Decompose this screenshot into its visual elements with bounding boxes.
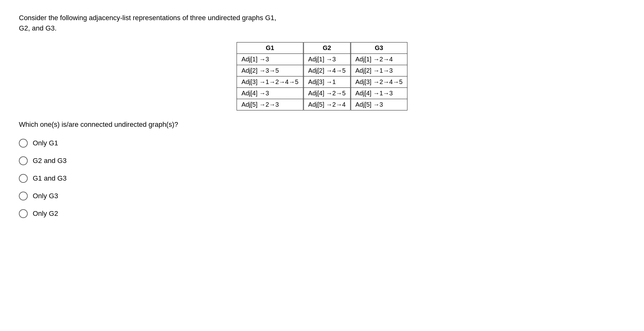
cell-g3-1: Adj[1] →2→4 <box>350 54 407 65</box>
radio-opt5[interactable] <box>19 209 28 218</box>
table-row: Adj[2] →3→5Adj[2] →4→5Adj[2] →1→3 <box>237 65 407 76</box>
option-row-opt2[interactable]: G2 and G3 <box>19 156 625 165</box>
option-label-opt5: Only G2 <box>33 210 58 218</box>
radio-opt3[interactable] <box>19 174 28 183</box>
question-container: Consider the following adjacency-list re… <box>19 13 625 218</box>
cell-g3-2: Adj[2] →1→3 <box>350 65 407 76</box>
radio-opt4[interactable] <box>19 192 28 200</box>
cell-g2-3: Adj[3] →1 <box>303 76 350 88</box>
header-g1: G1 <box>237 42 303 54</box>
cell-g1-3: Adj[3] →1→2→4→5 <box>237 76 303 88</box>
options-container: Only G1G2 and G3G1 and G3Only G3Only G2 <box>19 139 625 218</box>
option-label-opt4: Only G3 <box>33 192 58 200</box>
cell-g2-1: Adj[1] →3 <box>303 54 350 65</box>
option-row-opt3[interactable]: G1 and G3 <box>19 174 625 183</box>
table-wrapper: G1 G2 G3 Adj[1] →3Adj[1] →3Adj[1] →2→4Ad… <box>19 42 625 110</box>
question-text: Consider the following adjacency-list re… <box>19 13 302 33</box>
table-row: Adj[3] →1→2→4→5Adj[3] →1Adj[3] →2→4→5 <box>237 76 407 88</box>
table-row: Adj[4] →3Adj[4] →2→5Adj[4] →1→3 <box>237 88 407 99</box>
radio-opt2[interactable] <box>19 156 28 165</box>
cell-g1-5: Adj[5] →2→3 <box>237 99 303 110</box>
cell-g2-5: Adj[5] →2→4 <box>303 99 350 110</box>
option-row-opt4[interactable]: Only G3 <box>19 192 625 200</box>
cell-g2-4: Adj[4] →2→5 <box>303 88 350 99</box>
header-g2: G2 <box>303 42 350 54</box>
cell-g1-1: Adj[1] →3 <box>237 54 303 65</box>
cell-g1-2: Adj[2] →3→5 <box>237 65 303 76</box>
question-line2: G2, and G3. <box>19 24 57 32</box>
radio-opt1[interactable] <box>19 139 28 148</box>
table-row: Adj[5] →2→3Adj[5] →2→4Adj[5] →3 <box>237 99 407 110</box>
option-label-opt1: Only G1 <box>33 139 58 147</box>
sub-question: Which one(s) is/are connected undirected… <box>19 121 625 129</box>
table-row: Adj[1] →3Adj[1] →3Adj[1] →2→4 <box>237 54 407 65</box>
option-label-opt3: G1 and G3 <box>33 174 67 182</box>
cell-g1-4: Adj[4] →3 <box>237 88 303 99</box>
cell-g3-4: Adj[4] →1→3 <box>350 88 407 99</box>
question-line1: Consider the following adjacency-list re… <box>19 14 276 22</box>
option-row-opt5[interactable]: Only G2 <box>19 209 625 218</box>
header-g3: G3 <box>350 42 407 54</box>
cell-g3-3: Adj[3] →2→4→5 <box>350 76 407 88</box>
option-row-opt1[interactable]: Only G1 <box>19 139 625 148</box>
cell-g2-2: Adj[2] →4→5 <box>303 65 350 76</box>
cell-g3-5: Adj[5] →3 <box>350 99 407 110</box>
adjacency-table: G1 G2 G3 Adj[1] →3Adj[1] →3Adj[1] →2→4Ad… <box>237 42 407 110</box>
option-label-opt2: G2 and G3 <box>33 157 67 165</box>
